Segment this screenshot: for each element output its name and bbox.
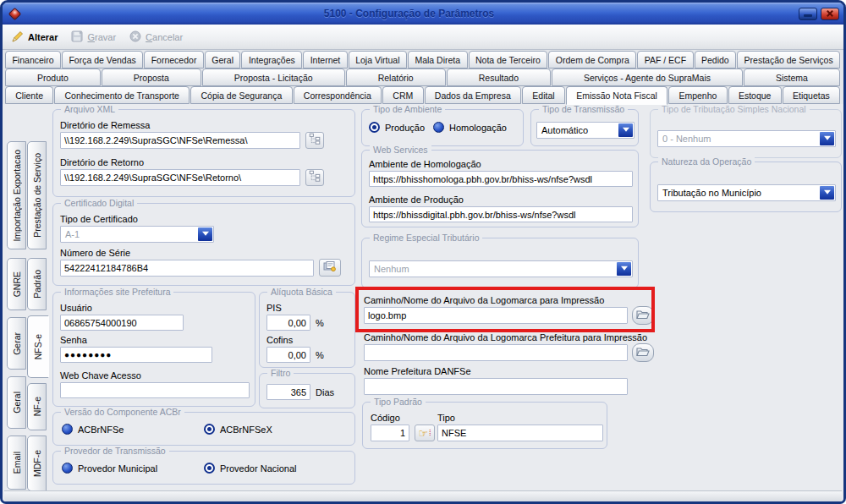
senha-input[interactable] bbox=[60, 347, 212, 363]
radio-icon bbox=[62, 424, 73, 435]
tab-estoque[interactable]: Estoque bbox=[728, 86, 782, 104]
side-tab-importacao-exportacao[interactable]: Importação Exportacao bbox=[7, 141, 26, 249]
cofins-label: Cofins bbox=[266, 335, 293, 346]
radio-label: ACBrNFSeX bbox=[220, 425, 272, 435]
radio-provedor-nacional[interactable]: Provedor Nacional bbox=[204, 463, 297, 474]
folder-tree-icon bbox=[309, 133, 321, 148]
select-certificate-button[interactable] bbox=[319, 259, 341, 277]
tab-strip: Financeiro Força de Vendas Fornecedor Ge… bbox=[3, 50, 843, 104]
chevron-down-icon[interactable] bbox=[617, 262, 631, 276]
tab-crm[interactable]: CRM bbox=[382, 86, 423, 104]
group-title: Filtro bbox=[267, 368, 294, 379]
selected-value: 0 - Nenhum bbox=[662, 134, 711, 144]
tab-sistema[interactable]: Sistema bbox=[744, 68, 840, 86]
tab-produto[interactable]: Produto bbox=[5, 68, 101, 86]
chevron-down-icon[interactable] bbox=[820, 186, 834, 200]
web-chave-acesso-input[interactable] bbox=[60, 382, 250, 398]
numero-serie-input[interactable] bbox=[60, 260, 314, 277]
tab-fornecedor[interactable]: Fornecedor bbox=[144, 51, 204, 68]
logomarca-prefeitura-input[interactable] bbox=[364, 344, 628, 361]
logomarca-browse-button[interactable] bbox=[632, 306, 654, 325]
diretorio-remessa-input[interactable] bbox=[60, 132, 300, 149]
codigo-lookup-button[interactable]: ☞⁞ bbox=[415, 425, 435, 441]
radio-provedor-municipal[interactable]: Provedor Municipal bbox=[62, 463, 157, 474]
tab-dados-da-empresa[interactable]: Dados da Empresa bbox=[425, 86, 521, 104]
tab-copia-de-seguranca[interactable]: Cópia de Segurança bbox=[190, 86, 292, 104]
selected-value: A-1 bbox=[65, 229, 80, 239]
chevron-down-icon[interactable] bbox=[820, 132, 834, 145]
tab-edital[interactable]: Edital bbox=[522, 86, 565, 104]
radio-homologacao[interactable]: Homologação bbox=[433, 122, 507, 133]
usuario-label: Usuário bbox=[60, 303, 92, 314]
tab-emissao-nota-fiscal[interactable]: Emissão Nota Fiscal bbox=[566, 86, 667, 105]
filtro-dias-input[interactable] bbox=[266, 384, 310, 400]
ambiente-producao-input[interactable] bbox=[369, 206, 633, 222]
tab-proposta[interactable]: Proposta bbox=[102, 68, 201, 86]
side-tab-nf-e[interactable]: NF-e bbox=[27, 383, 47, 430]
pis-input[interactable] bbox=[266, 315, 310, 331]
browse-retorno-button[interactable] bbox=[305, 169, 324, 186]
tab-forca-de-vendas[interactable]: Força de Vendas bbox=[62, 51, 143, 68]
side-tab-padrao[interactable]: Padrão bbox=[27, 258, 47, 310]
tab-cliente[interactable]: Cliente bbox=[5, 86, 53, 104]
tab-empenho[interactable]: Empenho bbox=[668, 86, 728, 104]
tipo-input[interactable] bbox=[437, 425, 603, 441]
tab-mala-direta[interactable]: Mala Direta bbox=[408, 51, 468, 68]
logomarca-prefeitura-browse-button[interactable] bbox=[632, 343, 654, 362]
natureza-operacao-select[interactable]: Tributação no Município bbox=[657, 184, 836, 201]
tab-internet[interactable]: Internet bbox=[303, 51, 348, 68]
radio-acbrnfse[interactable]: ACBrNFSe bbox=[62, 424, 124, 435]
side-tab-label: Prestação de Serviço bbox=[32, 153, 42, 238]
group-aliquota-basica: Alíquota Básica PIS % Cofins % bbox=[259, 292, 355, 368]
tributacao-simples-select[interactable]: 0 - Nenhum bbox=[657, 130, 836, 147]
browse-remessa-button[interactable] bbox=[305, 132, 324, 149]
tipo-transmissao-select[interactable]: Automático bbox=[536, 122, 634, 139]
logomarca-input[interactable] bbox=[364, 307, 628, 324]
usuario-input[interactable] bbox=[60, 315, 184, 331]
cancelar-button[interactable]: Cancelar bbox=[125, 28, 190, 47]
side-tab-nfs-e[interactable]: NFS-e bbox=[27, 315, 49, 378]
radio-producao[interactable]: Produção bbox=[369, 122, 425, 133]
tab-proposta-licitacao[interactable]: Proposta - Licitação bbox=[202, 68, 345, 86]
tipo-certificado-select[interactable]: A-1 bbox=[60, 226, 214, 243]
chevron-down-icon[interactable] bbox=[618, 123, 633, 137]
tab-loja-virtual[interactable]: Loja Virtual bbox=[349, 51, 407, 68]
tab-ordem-de-compra[interactable]: Ordem de Compra bbox=[548, 51, 636, 68]
radio-acbrnfsex[interactable]: ACBrNFSeX bbox=[204, 424, 272, 435]
cofins-input[interactable] bbox=[266, 347, 310, 363]
group-title: Tipo de Transmissão bbox=[539, 104, 628, 115]
nome-prefeitura-danfse-input[interactable] bbox=[364, 378, 628, 395]
tab-resultado[interactable]: Resultado bbox=[447, 68, 551, 86]
tab-servicos-agente-supramais[interactable]: Serviços - Agente do SupraMais bbox=[552, 68, 743, 86]
side-tab-mdf-e[interactable]: MDF-e bbox=[27, 436, 47, 491]
side-tab-gnre[interactable]: GNRE bbox=[7, 258, 26, 310]
side-tab-email[interactable]: Email bbox=[7, 436, 26, 490]
diretorio-retorno-input[interactable] bbox=[60, 169, 300, 186]
tab-prestacao-de-servicos[interactable]: Prestação de Serviços bbox=[737, 51, 840, 68]
tab-etiquetas[interactable]: Etiquetas bbox=[783, 86, 840, 104]
ambiente-homologacao-input[interactable] bbox=[369, 171, 633, 187]
minimize-button[interactable] bbox=[799, 8, 817, 20]
chevron-down-icon[interactable] bbox=[198, 227, 212, 241]
radio-icon bbox=[204, 424, 215, 435]
side-tab-prestacao-de-servico[interactable]: Prestação de Serviço bbox=[27, 141, 47, 249]
tab-correspondencia[interactable]: Correspondência bbox=[294, 86, 382, 104]
gravar-button[interactable]: Gravar bbox=[67, 28, 124, 47]
tab-geral[interactable]: Geral bbox=[205, 51, 241, 68]
app-icon bbox=[8, 7, 22, 20]
side-tab-gerar[interactable]: Gerar bbox=[7, 317, 26, 370]
regime-especial-select[interactable]: Nenhum bbox=[369, 260, 633, 277]
tab-relatorio[interactable]: Relatório bbox=[346, 68, 446, 86]
codigo-input[interactable] bbox=[371, 425, 409, 441]
radio-label: Homologação bbox=[449, 123, 507, 133]
tab-integracoes[interactable]: Integrações bbox=[241, 51, 302, 68]
alterar-button[interactable]: Alterar bbox=[8, 28, 65, 47]
tab-nota-de-terceiro[interactable]: Nota de Terceiro bbox=[469, 51, 548, 68]
tab-conhecimento-de-transporte[interactable]: Conhecimento de Transporte bbox=[54, 86, 190, 104]
tab-pedido[interactable]: Pedido bbox=[695, 51, 737, 68]
close-button[interactable] bbox=[821, 8, 839, 20]
tab-financeiro[interactable]: Financeiro bbox=[5, 51, 61, 68]
side-tab-geral[interactable]: Geral bbox=[7, 376, 26, 429]
tab-paf-ecf[interactable]: PAF / ECF bbox=[637, 51, 693, 68]
floppy-icon bbox=[71, 30, 83, 44]
